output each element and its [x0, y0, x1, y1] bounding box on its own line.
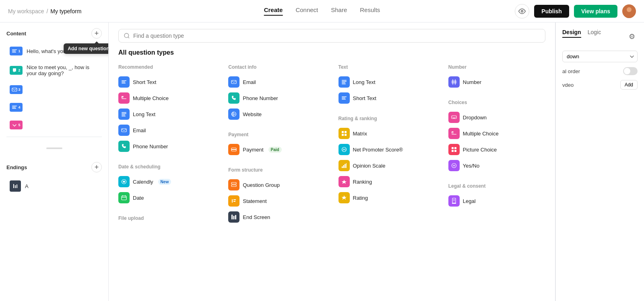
- q-label-long-text-rec: Long Text: [133, 111, 155, 117]
- question-icon-5: 5: [10, 121, 23, 129]
- add-video-button[interactable]: Add: [620, 80, 638, 90]
- sidebar-item-5[interactable]: 5: [3, 117, 105, 133]
- tab-results[interactable]: Results: [360, 6, 380, 16]
- section-form-structure-title: Form structure: [228, 167, 325, 173]
- tab-design[interactable]: Design: [562, 29, 581, 38]
- svg-rect-10: [12, 108, 16, 109]
- q-number[interactable]: Number: [448, 74, 545, 90]
- form-name[interactable]: My typeform: [50, 8, 81, 14]
- svg-rect-40: [342, 84, 346, 84]
- q-icon-matrix: [339, 128, 350, 139]
- svg-rect-47: [345, 134, 347, 136]
- q-icon-multiple-choice-rec: [118, 92, 130, 104]
- tab-create[interactable]: Create: [264, 6, 283, 16]
- q-label-calendly: Calendly: [133, 179, 153, 185]
- tab-connect[interactable]: Connect: [295, 6, 318, 16]
- workspace-link[interactable]: My workspace: [8, 8, 44, 14]
- section-payment: Payment Payment Paid: [228, 132, 325, 158]
- q-nps[interactable]: Net Promoter Score®: [339, 141, 436, 158]
- sidebar-item-3[interactable]: 3: [3, 81, 105, 98]
- add-question-button[interactable]: +: [91, 28, 102, 39]
- section-recommended-title: Recommended: [118, 64, 215, 70]
- toggle-row-1: al order: [562, 67, 638, 75]
- q-multiple-choice-rec[interactable]: Multiple Choice: [118, 90, 215, 106]
- q-yes-no[interactable]: Yes/No: [448, 158, 545, 174]
- q-phone-rec[interactable]: Phone Number: [118, 138, 215, 154]
- ending-icon: [10, 180, 21, 192]
- toggle-row-2: vdeo Add: [562, 80, 638, 90]
- user-avatar[interactable]: [622, 4, 636, 18]
- col-3: Number Number Choices Dropdown: [448, 64, 545, 235]
- q-email-contact[interactable]: Email: [228, 74, 325, 90]
- q-end-screen[interactable]: End Screen: [228, 209, 325, 225]
- q-icon-statement: [228, 195, 239, 207]
- q-label-rating: Rating: [353, 195, 368, 201]
- add-question-tooltip: Add new question (⌘ + /): [64, 43, 109, 54]
- q-phone-contact[interactable]: Phone Number: [228, 90, 325, 106]
- q-short-text-text[interactable]: Short Text: [339, 90, 436, 106]
- q-date[interactable]: Date: [118, 190, 215, 206]
- q-picture-choice[interactable]: Picture Choice: [448, 141, 545, 158]
- q-icon-website: [228, 109, 239, 120]
- section-rating-title: Rating & ranking: [339, 116, 436, 121]
- search-input[interactable]: [133, 33, 540, 39]
- q-calendly[interactable]: Calendly New: [118, 174, 215, 190]
- svg-rect-16: [122, 82, 125, 82]
- dropdown-select[interactable]: down: [562, 51, 638, 62]
- q-question-group[interactable]: Question Group: [228, 177, 325, 193]
- q-multiple-choice-choices[interactable]: Multiple Choice: [448, 125, 545, 141]
- q-label-long-text-text: Long Text: [353, 79, 376, 85]
- toggle-label-1: al order: [562, 68, 580, 74]
- q-icon-date: [118, 192, 130, 203]
- q-label-phone-rec: Phone Number: [133, 143, 168, 149]
- svg-rect-59: [454, 147, 456, 149]
- q-icon-calendly: [118, 176, 130, 187]
- tab-share[interactable]: Share: [331, 6, 347, 16]
- sidebar-divider: [6, 137, 102, 137]
- q-matrix[interactable]: Matrix: [339, 125, 436, 141]
- svg-rect-24: [122, 129, 126, 132]
- settings-button[interactable]: ⚙: [626, 31, 638, 42]
- search-icon: [124, 33, 130, 39]
- svg-rect-44: [342, 131, 344, 133]
- q-website[interactable]: Website: [228, 106, 325, 122]
- q-email-rec[interactable]: Email: [118, 122, 215, 138]
- content-section-header: Content + Add new question (⌘ + /): [0, 23, 108, 42]
- q-statement[interactable]: Statement: [228, 193, 325, 209]
- tab-logic[interactable]: Logic: [588, 29, 601, 38]
- section-payment-title: Payment: [228, 132, 325, 137]
- sidebar-item-2[interactable]: 2 Nice to meet you, _, how is your day g…: [3, 60, 105, 80]
- svg-rect-34: [231, 215, 233, 219]
- sidebar-ending-a[interactable]: A: [3, 176, 105, 196]
- q-rating[interactable]: Rating: [339, 190, 436, 206]
- q-label-dropdown: Dropdown: [463, 115, 487, 121]
- q-long-text-text[interactable]: Long Text: [339, 74, 436, 90]
- view-plans-button[interactable]: View plans: [574, 5, 617, 18]
- svg-rect-4: [12, 49, 17, 50]
- q-label-email-contact: Email: [243, 79, 256, 85]
- svg-rect-13: [17, 184, 17, 188]
- add-ending-button[interactable]: +: [91, 162, 102, 172]
- q-dropdown[interactable]: Dropdown: [448, 109, 545, 125]
- section-text: Text Long Text Short Text: [339, 64, 436, 106]
- question-icon-1: 1: [10, 47, 23, 55]
- q-ranking[interactable]: Ranking: [339, 174, 436, 190]
- search-bar: [118, 29, 545, 43]
- svg-point-0: [521, 10, 523, 12]
- q-icon-ranking: [339, 176, 350, 187]
- q-payment[interactable]: Payment Paid: [228, 141, 325, 158]
- toggle-1[interactable]: [623, 67, 638, 75]
- preview-button[interactable]: [515, 4, 529, 18]
- q-opinion-scale[interactable]: Opinion Scale: [339, 158, 436, 174]
- q-long-text-rec[interactable]: Long Text: [118, 106, 215, 122]
- endings-section-header: Endings +: [0, 156, 108, 176]
- publish-button[interactable]: Publish: [534, 5, 569, 18]
- q-legal[interactable]: Legal: [448, 193, 545, 209]
- question-num-5: 5: [18, 123, 20, 127]
- section-file-upload: File upload: [118, 215, 215, 221]
- q-short-text-rec[interactable]: Short Text: [118, 74, 215, 90]
- section-text-title: Text: [339, 64, 436, 70]
- svg-rect-12: [15, 185, 16, 188]
- sidebar-item-4[interactable]: 4: [3, 99, 105, 116]
- question-type-panel: All question types Recommended Short Tex…: [109, 23, 555, 301]
